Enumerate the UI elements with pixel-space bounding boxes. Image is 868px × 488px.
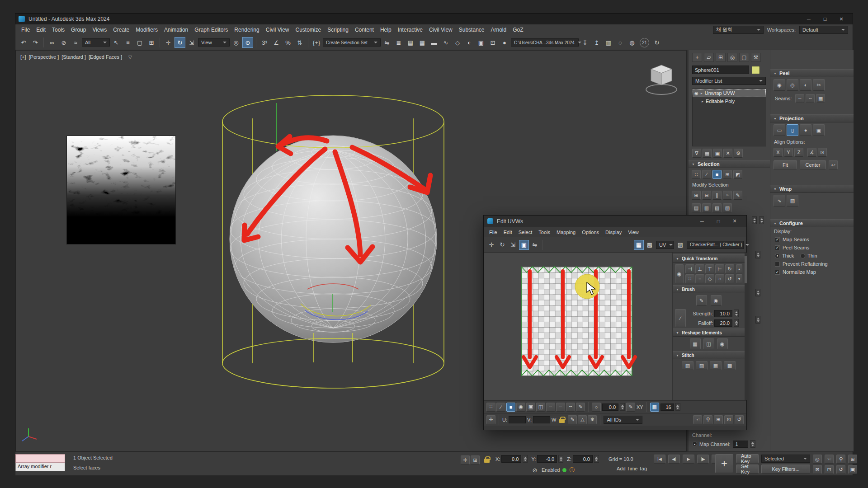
expand-arrow-icon[interactable]: ▸ xyxy=(702,99,703,103)
align-to-view-icon[interactable]: ⊡ xyxy=(818,148,827,157)
menu-item[interactable]: Content xyxy=(352,25,377,34)
orbit-icon[interactable]: ↺ xyxy=(836,465,845,474)
menu-item[interactable]: Graph Editors xyxy=(191,25,231,34)
uv-canvas[interactable] xyxy=(484,253,672,400)
uv-vertex-icon[interactable]: ∷ xyxy=(486,403,495,412)
viewport-layout-badge[interactable]: 21 xyxy=(640,38,649,47)
freeform-mode-icon[interactable]: ▣ xyxy=(519,240,529,250)
select-element-icon[interactable]: ◉ xyxy=(516,403,525,412)
remove-modifier-icon[interactable]: ✕ xyxy=(723,149,732,158)
menu-item[interactable]: Interactive xyxy=(395,25,426,34)
space-vertical-icon[interactable]: ≡ xyxy=(695,274,704,283)
uvw-menu-item[interactable]: Options xyxy=(579,229,602,236)
select-and-move-icon[interactable]: ✛ xyxy=(163,37,174,48)
checkbox[interactable]: ✓ xyxy=(775,237,780,242)
menu-item[interactable]: Scripting xyxy=(324,25,352,34)
rotate-icon[interactable]: ↻ xyxy=(497,240,507,250)
scene-explorer-icon[interactable]: ▦ xyxy=(417,37,428,48)
add-time-tag[interactable]: Add Time Tag xyxy=(617,466,647,471)
select-matid-icon[interactable]: ▨ xyxy=(723,203,732,212)
menu-item[interactable]: Tools xyxy=(49,25,68,34)
move-icon[interactable]: ✛ xyxy=(486,240,496,250)
rollout-stitch[interactable]: ▼Stitch xyxy=(673,351,745,359)
curve-editor-icon[interactable]: ∿ xyxy=(440,37,451,48)
edge-loop-icon[interactable]: ≈ xyxy=(723,191,732,200)
stitch-custom-icon[interactable]: ▧ xyxy=(682,361,693,370)
next-frame-button[interactable]: |▶ xyxy=(697,455,709,464)
menu-item[interactable]: Civil View xyxy=(263,25,292,34)
tab-hierarchy-icon[interactable]: ⊞ xyxy=(716,53,726,62)
hidden-spinner[interactable] xyxy=(752,216,757,224)
edge-sub-icon[interactable]: ∕ xyxy=(702,170,711,179)
unlink-selection-icon[interactable]: ⊘ xyxy=(58,37,69,48)
go-to-start-button[interactable]: |◀ xyxy=(654,455,665,464)
falloff-spinner[interactable] xyxy=(734,319,739,327)
select-by-name-icon[interactable]: ≡ xyxy=(123,37,133,48)
show-map-icon[interactable]: ▦ xyxy=(634,240,644,250)
best-align-icon[interactable]: ∡ xyxy=(807,148,816,157)
grid-size-field[interactable]: 16 xyxy=(660,404,674,411)
rollout-peel[interactable]: ▼Peel xyxy=(770,69,854,77)
selection-set-key-combo[interactable]: Selected xyxy=(761,455,810,463)
planar-angle-icon[interactable]: ▣ xyxy=(526,403,535,412)
rollout-reshape-elements[interactable]: ▼Reshape Elements xyxy=(673,328,745,337)
align-horizontal-icon[interactable]: ⊣ xyxy=(685,264,694,273)
loop-uv-icon[interactable]: ┄ xyxy=(556,403,565,412)
uv-channel-combo[interactable]: UV xyxy=(656,241,674,249)
relax-until-flat-icon[interactable]: ◉ xyxy=(717,338,728,349)
menu-item[interactable]: Rendering xyxy=(231,25,262,34)
menu-item[interactable]: Modifiers xyxy=(132,25,161,34)
close-button[interactable]: ✕ xyxy=(833,14,849,24)
tab-motion-icon[interactable]: ◎ xyxy=(727,53,737,62)
layer-manager-icon[interactable]: ▤ xyxy=(405,37,416,48)
axis-align-button[interactable]: Y xyxy=(784,148,793,157)
threshold-spinner[interactable] xyxy=(620,403,625,411)
ignore-backfacing-icon[interactable]: ◩ xyxy=(733,170,742,179)
tab-display-icon[interactable]: ▢ xyxy=(739,53,749,62)
view-cube[interactable] xyxy=(645,61,678,97)
surface-wrap-icon[interactable]: ▧ xyxy=(787,195,798,206)
falloff-field[interactable]: 20.0 xyxy=(714,319,732,327)
tab-modify-icon[interactable]: ▱ xyxy=(704,53,714,62)
selection-lock-icon[interactable] xyxy=(484,459,490,463)
uvw-close-button[interactable]: ✕ xyxy=(726,216,743,227)
viewport-label-segment[interactable]: [+] xyxy=(20,54,26,60)
modifier-list-combo[interactable]: Modifier List xyxy=(692,77,766,85)
window-crossing-icon[interactable]: ⊞ xyxy=(146,37,157,48)
expand-up-icon[interactable]: ▴ xyxy=(736,264,742,273)
stack-item-unwrap-uvw[interactable]: ◉ ▸ Unwrap UVW xyxy=(693,89,766,97)
schematic-view-icon[interactable]: ◇ xyxy=(452,37,463,48)
fit-button[interactable]: Fit xyxy=(774,160,797,169)
center-button[interactable]: Center xyxy=(800,160,826,169)
expand-down-icon[interactable]: ▾ xyxy=(736,274,742,283)
coord-spinner[interactable] xyxy=(558,455,563,463)
rollout-projection[interactable]: ▼Projection xyxy=(770,114,854,122)
uvw-minimize-button[interactable]: ─ xyxy=(694,216,710,227)
rotate-cw-icon[interactable]: ↻ xyxy=(725,264,734,273)
pan-hand-icon[interactable]: ☜ xyxy=(825,455,834,464)
bind-to-space-warp-icon[interactable]: ≈ xyxy=(70,37,81,48)
radio-button[interactable]: ● xyxy=(775,253,780,258)
menu-item[interactable]: Edit xyxy=(33,25,49,34)
strength-field[interactable]: 10.0 xyxy=(714,310,732,317)
coord-field[interactable]: 0.0 xyxy=(573,455,593,463)
map-channel-spinner[interactable] xyxy=(750,440,755,448)
edit-named-selection-sets-icon[interactable]: {+} xyxy=(311,37,322,48)
menu-item[interactable]: Create xyxy=(110,25,132,34)
axis-align-button[interactable]: Z xyxy=(794,148,803,157)
edit-pen-icon[interactable]: ✎ xyxy=(626,403,635,412)
workspace-combo[interactable]: Default xyxy=(799,26,848,34)
threshold-field[interactable]: 0.0 xyxy=(602,404,618,411)
prev-frame-button[interactable]: ◀| xyxy=(668,455,680,464)
stitch-to-source-icon[interactable]: ▦ xyxy=(710,361,722,370)
ribbon-toggle-icon[interactable]: ▬ xyxy=(429,37,439,48)
select-and-rotate-icon[interactable]: ↻ xyxy=(175,37,185,48)
listener-line[interactable]: Array modifier r xyxy=(15,463,65,471)
tab-create-icon[interactable]: + xyxy=(692,53,702,62)
uvw-menu-item[interactable]: Mapping xyxy=(554,229,578,236)
falloff-curve-icon[interactable]: ∕ xyxy=(675,309,686,327)
coord-field[interactable]: 0.0 xyxy=(501,455,521,463)
zoom-icon[interactable]: ⚲ xyxy=(703,415,712,424)
align-vertical-icon[interactable]: ⊥ xyxy=(695,264,704,273)
peel-mode-icon[interactable]: ◎ xyxy=(787,79,798,91)
